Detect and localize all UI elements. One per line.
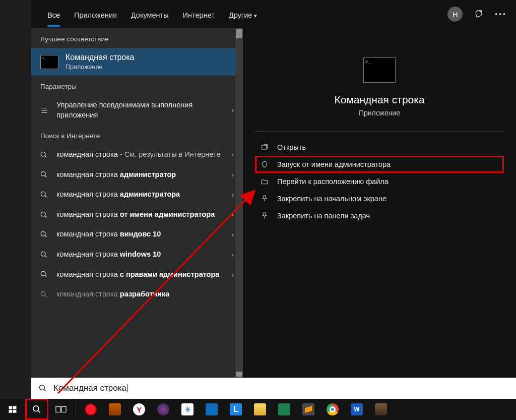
- chevron-right-icon: ›: [232, 231, 234, 238]
- search-input[interactable]: Командная строка: [53, 383, 126, 393]
- best-match-subtitle: Приложение: [66, 64, 135, 71]
- taskbar-app-opera[interactable]: [79, 399, 102, 420]
- results-panel: Лучшее соответствие Командная строка При…: [31, 28, 243, 378]
- svg-point-8: [41, 291, 45, 296]
- svg-point-2: [41, 172, 45, 176]
- taskbar-app-word[interactable]: W: [345, 399, 368, 420]
- taskbar-app-tor[interactable]: [152, 399, 175, 420]
- web-result[interactable]: командная строка windows 10 ›: [31, 245, 243, 265]
- svg-point-15: [33, 406, 39, 411]
- pin-icon: [260, 195, 269, 203]
- chevron-right-icon: ›: [232, 271, 234, 278]
- search-tabs: Все Приложения Документы Интернет Другие…: [40, 2, 447, 27]
- chevron-right-icon: ›: [232, 191, 234, 199]
- web-result[interactable]: командная строка с правами администратор…: [31, 265, 243, 285]
- folder-icon: [260, 177, 269, 186]
- taskbar-app-yandex[interactable]: Y: [127, 399, 151, 420]
- web-result[interactable]: командная строка администратора ›: [31, 185, 243, 205]
- chevron-right-icon: ›: [232, 151, 234, 158]
- cmd-icon: [40, 55, 58, 69]
- scrollbar[interactable]: [235, 28, 243, 378]
- search-icon: [38, 290, 49, 298]
- svg-rect-9: [262, 145, 267, 149]
- web-result[interactable]: командная строка администратор ›: [31, 165, 243, 185]
- settings-list-icon: [38, 106, 49, 115]
- chevron-right-icon: ›: [232, 171, 234, 178]
- web-result[interactable]: командная строка от имени администратора…: [31, 205, 243, 225]
- result-best-match[interactable]: Командная строка Приложение: [31, 48, 243, 76]
- shield-icon: [260, 160, 269, 168]
- svg-rect-13: [9, 410, 13, 413]
- settings-alias-management[interactable]: Управление псевдонимами выполнения прило…: [31, 95, 243, 125]
- tab-web[interactable]: Интернет: [176, 2, 222, 27]
- preview-panel: Командная строка Приложение Открыть Запу…: [243, 28, 516, 378]
- tab-all[interactable]: Все: [40, 2, 67, 27]
- section-settings: Параметры: [31, 76, 243, 95]
- web-result[interactable]: командная строка виндовс 10 ›: [31, 224, 243, 245]
- action-open[interactable]: Открыть: [255, 139, 504, 156]
- svg-point-10: [40, 385, 45, 390]
- start-button[interactable]: [1, 399, 24, 420]
- taskbar: Y ✳ L W: [0, 399, 516, 420]
- taskbar-search-button[interactable]: [25, 399, 48, 420]
- svg-point-4: [41, 212, 45, 216]
- scrollbar-thumb[interactable]: [236, 29, 242, 38]
- search-icon: [38, 384, 47, 393]
- web-result-partial[interactable]: командная строка разработчика: [31, 284, 243, 305]
- preview-title: Командная строка: [334, 94, 424, 106]
- chevron-down-icon: ▾: [254, 13, 257, 19]
- action-run-as-admin[interactable]: Запуск от имени администратора: [255, 156, 504, 173]
- svg-rect-17: [61, 407, 66, 412]
- svg-point-3: [41, 192, 45, 196]
- taskbar-app-chrome[interactable]: [321, 399, 344, 420]
- taskbar-app-folder[interactable]: [103, 399, 126, 420]
- cmd-icon: [363, 57, 396, 83]
- section-web-search: Поиск в Интернете: [31, 125, 243, 145]
- ellipsis-icon[interactable]: •••: [495, 10, 507, 18]
- chevron-right-icon: ›: [232, 251, 234, 258]
- divider: [255, 131, 504, 132]
- user-avatar[interactable]: Н: [447, 7, 463, 22]
- tab-documents[interactable]: Документы: [124, 2, 176, 27]
- svg-point-5: [41, 231, 45, 236]
- taskbar-app-sublime[interactable]: [297, 399, 320, 420]
- search-top-bar: Все Приложения Документы Интернет Другие…: [31, 0, 516, 28]
- search-icon: [38, 251, 49, 259]
- taskbar-app-mail[interactable]: [200, 399, 223, 420]
- taskbar-app-green[interactable]: [273, 399, 296, 420]
- svg-rect-11: [9, 406, 13, 409]
- search-icon: [38, 191, 49, 199]
- search-icon: [38, 270, 49, 278]
- action-pin-taskbar[interactable]: Закрепить на панели задач: [255, 207, 504, 224]
- taskbar-app-generic-2[interactable]: [369, 399, 393, 420]
- svg-point-1: [41, 152, 45, 156]
- tab-more[interactable]: Другие▾: [222, 2, 264, 27]
- taskbar-app-l[interactable]: L: [224, 399, 247, 420]
- tab-apps[interactable]: Приложения: [67, 2, 124, 27]
- task-view-button[interactable]: [49, 399, 73, 420]
- svg-rect-14: [13, 410, 17, 413]
- scrollbar-thumb[interactable]: [236, 372, 242, 377]
- chevron-right-icon: ›: [232, 211, 234, 218]
- taskbar-app-explorer[interactable]: [248, 399, 272, 420]
- web-result[interactable]: командная строка - См. результаты в Инте…: [31, 145, 243, 165]
- best-match-title: Командная строка: [66, 53, 135, 62]
- search-icon: [38, 230, 49, 238]
- preview-subtitle: Приложение: [359, 109, 400, 117]
- section-best-match: Лучшее соответствие: [31, 28, 243, 48]
- chevron-right-icon: ›: [232, 106, 234, 114]
- search-icon: [38, 151, 49, 159]
- svg-point-6: [41, 252, 45, 256]
- action-open-location[interactable]: Перейти к расположению файла: [255, 173, 504, 190]
- taskbar-app-generic[interactable]: ✳: [176, 399, 199, 420]
- svg-point-7: [41, 272, 45, 276]
- svg-rect-16: [56, 407, 60, 412]
- feedback-icon[interactable]: [474, 9, 484, 19]
- taskbar-separator: [76, 403, 76, 415]
- svg-rect-12: [13, 406, 17, 409]
- search-input-bar[interactable]: Командная строка: [31, 378, 516, 399]
- search-icon: [38, 211, 49, 219]
- pin-icon: [260, 212, 269, 220]
- search-icon: [38, 170, 49, 178]
- action-pin-start[interactable]: Закрепить на начальном экране: [255, 190, 504, 207]
